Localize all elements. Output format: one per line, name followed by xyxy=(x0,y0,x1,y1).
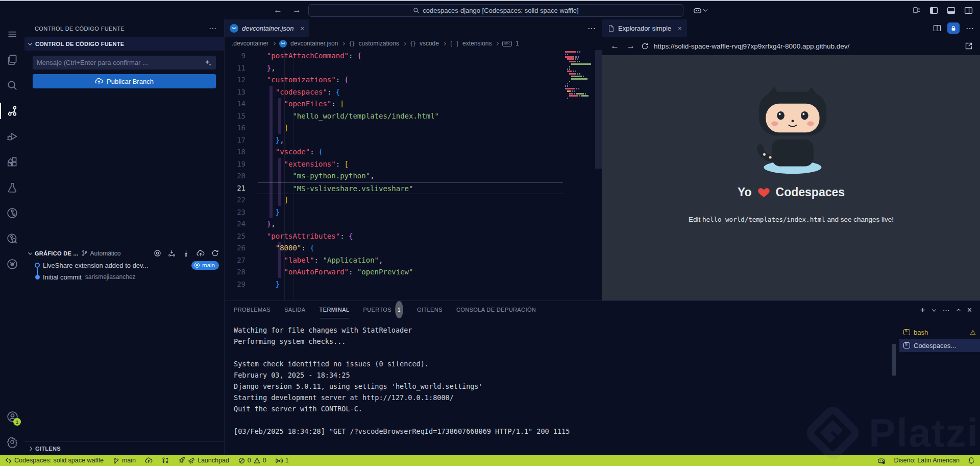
code-line[interactable]: 20 "ms-python.python", xyxy=(225,170,563,182)
compare-indicator[interactable] xyxy=(162,457,169,464)
code-line[interactable]: 12 "customizations": { xyxy=(225,74,563,86)
tab-simple-browser[interactable]: Explorador simple × xyxy=(602,19,687,37)
tab-devcontainer-json[interactable]: >< devcontainer.json × xyxy=(225,19,309,37)
code-line[interactable]: 19 "extensions": [ xyxy=(225,158,563,171)
refresh-icon[interactable] xyxy=(211,249,219,257)
menu-button[interactable] xyxy=(0,21,24,47)
browser-more-actions[interactable]: ⋯ xyxy=(966,24,974,33)
editor-scrollbar[interactable] xyxy=(595,50,602,169)
breadcrumb-item[interactable]: customizations xyxy=(359,40,399,47)
minimap[interactable] xyxy=(563,51,593,100)
editor-more-actions[interactable]: ⋯ xyxy=(587,24,596,33)
terminal-list-item[interactable]: Codespaces... xyxy=(899,339,980,352)
terminal-output[interactable]: Watching for file changes with StatReloa… xyxy=(225,318,899,455)
sidebar-item-search[interactable] xyxy=(0,73,24,98)
sidebar-item-testing[interactable] xyxy=(0,175,24,200)
sidebar-item-gitlens-inspect[interactable] xyxy=(0,226,24,251)
gitlens-section-header[interactable]: GITLENS xyxy=(24,441,224,455)
commit-row[interactable]: Initial commit sarismejiasanchez xyxy=(24,271,224,283)
code-line[interactable]: 18 "vscode": { xyxy=(225,146,563,158)
keyboard-layout-indicator[interactable]: Diseño: Latin American xyxy=(894,457,960,464)
graph-section-header[interactable]: GRÁFICO DE ... Automático xyxy=(24,247,224,260)
code-line[interactable]: 26 "8000": { xyxy=(225,242,563,254)
panel-tab-terminal[interactable]: TERMINAL xyxy=(320,301,350,318)
split-editor-icon[interactable] xyxy=(933,24,941,32)
graph-mode[interactable]: Automático xyxy=(81,250,120,257)
command-center-search[interactable]: codespaces-django [Codespaces: solid spa… xyxy=(308,4,683,17)
panel-tab-problemas[interactable]: PROBLEMAS xyxy=(234,301,271,318)
publish-branch-button[interactable]: Publicar Branch xyxy=(33,74,216,88)
code-line[interactable]: 17 }, xyxy=(225,134,563,147)
history-back-button[interactable]: ← xyxy=(271,5,285,15)
reload-icon[interactable] xyxy=(641,42,649,50)
panel-tab-salida[interactable]: SALIDA xyxy=(284,301,306,318)
lock-button[interactable] xyxy=(947,22,960,34)
code-line[interactable]: 25 "portsAttributes": { xyxy=(225,230,563,243)
code-line[interactable]: 27 "label": "Application", xyxy=(225,254,563,267)
close-panel-icon[interactable]: × xyxy=(967,306,972,315)
close-icon[interactable]: × xyxy=(300,25,304,32)
toggle-sidebar-icon[interactable] xyxy=(929,6,938,15)
branch-badge[interactable]: main xyxy=(191,261,219,270)
code-line[interactable]: 9 "postAttachCommand": { xyxy=(225,50,563,62)
push-icon[interactable] xyxy=(197,249,205,258)
open-external-icon[interactable] xyxy=(965,42,973,50)
launchpad-indicator[interactable]: Launchpad xyxy=(178,457,229,464)
code-line[interactable]: 15 "hello_world/templates/index.html" xyxy=(225,110,563,123)
breadcrumb-item[interactable]: .devcontainer xyxy=(232,40,268,47)
copilot-status-icon[interactable] xyxy=(877,456,886,465)
sidebar-item-gitlens[interactable] xyxy=(0,200,24,226)
code-line[interactable]: 29 } xyxy=(225,278,563,291)
code-line[interactable]: 13 "codespaces": { xyxy=(225,86,563,99)
toggle-secondary-sidebar-icon[interactable] xyxy=(964,6,973,15)
accounts-button[interactable]: 1 xyxy=(0,404,24,429)
source-control-section-header[interactable]: CONTROL DE CÓDIGO FUENTE xyxy=(24,37,224,51)
history-forward-button[interactable]: → xyxy=(289,5,304,15)
code-line[interactable]: 21 "MS-vsliveshare.vsliveshare" xyxy=(225,182,563,195)
code-line[interactable]: 22 ] xyxy=(225,194,563,206)
notifications-bell[interactable] xyxy=(968,457,975,464)
code-line[interactable]: 11 }, xyxy=(225,62,563,75)
url-field[interactable]: https://solid-space-waffle-rvqj97xp9xrfx… xyxy=(654,42,960,50)
sidebar-item-run-debug[interactable] xyxy=(0,124,24,149)
breadcrumb-item[interactable]: 1 xyxy=(516,40,519,47)
breadcrumb-item[interactable]: devcontainer.json xyxy=(290,40,338,47)
customize-layout-icon[interactable] xyxy=(913,6,921,14)
toggle-panel-icon[interactable] xyxy=(947,6,955,15)
terminal-scrollbar[interactable] xyxy=(892,344,896,376)
breadcrumb-item[interactable]: extensions xyxy=(462,40,492,47)
copilot-menu[interactable] xyxy=(693,6,707,15)
fetch-icon[interactable] xyxy=(168,249,176,257)
code-line[interactable]: 28 "onAutoForward": "openPreview" xyxy=(225,266,563,278)
target-icon[interactable] xyxy=(154,249,161,257)
browser-back-button[interactable]: ← xyxy=(609,41,620,51)
commit-message-input[interactable]: Mensaje (Ctrl+Enter para confirmar ... xyxy=(33,56,216,69)
pull-icon[interactable] xyxy=(182,249,190,257)
browser-forward-button[interactable]: → xyxy=(625,41,636,51)
panel-tab-gitlens[interactable]: GITLENS xyxy=(417,301,443,318)
sparkle-icon[interactable] xyxy=(204,59,212,66)
sidebar-item-github[interactable] xyxy=(0,251,24,277)
sidebar-item-extensions[interactable] xyxy=(0,149,24,175)
close-icon[interactable]: × xyxy=(678,25,682,32)
code-line[interactable]: 24 }, xyxy=(225,218,563,230)
code-line[interactable]: 16 ] xyxy=(225,122,563,134)
code-editor[interactable]: 9 "postAttachCommand": {11 },12 "customi… xyxy=(225,50,602,300)
terminal-list-item[interactable]: bash⚠ xyxy=(899,325,980,339)
remote-indicator[interactable]: Codespaces: solid space waffle xyxy=(5,457,104,464)
breadcrumb-item[interactable]: vscode xyxy=(420,40,439,47)
terminal-dropdown-icon[interactable] xyxy=(932,307,936,311)
branch-indicator[interactable]: main xyxy=(113,457,136,464)
sidebar-item-explorer[interactable] xyxy=(0,47,24,73)
panel-more-actions[interactable]: ⋯ xyxy=(943,306,950,314)
maximize-panel-icon[interactable] xyxy=(956,309,960,313)
settings-button[interactable] xyxy=(0,429,24,455)
code-line[interactable]: 14 "openFiles": [ xyxy=(225,98,563,110)
ports-indicator[interactable]: 1 xyxy=(276,457,289,464)
code-line[interactable]: 23 } xyxy=(225,206,563,219)
problems-indicator[interactable]: 0 0 xyxy=(238,457,266,464)
sidebar-more-actions[interactable]: ⋯ xyxy=(209,24,217,33)
panel-tab-puertos[interactable]: PUERTOS1 xyxy=(363,301,403,318)
panel-tab-consola-de-depuraci-n[interactable]: CONSOLA DE DEPURACIÓN xyxy=(456,301,536,318)
sidebar-item-source-control[interactable] xyxy=(0,98,24,124)
